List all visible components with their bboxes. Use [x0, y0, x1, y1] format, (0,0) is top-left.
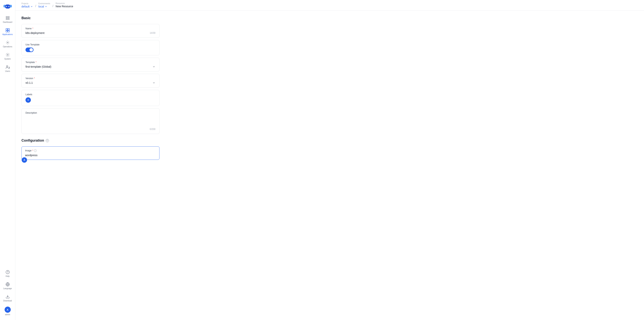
configuration-section-title: Configuration ⓘ: [22, 138, 638, 142]
svg-point-14: [6, 66, 8, 67]
resources-breadcrumb: Resources New Resource: [56, 2, 73, 8]
sidebar-item-operations[interactable]: Operations: [0, 38, 15, 50]
autocomplete-badge[interactable]: A: [22, 157, 27, 163]
image-input[interactable]: [25, 154, 156, 157]
svg-point-2: [6, 6, 7, 7]
environments-chevron-icon: [45, 5, 47, 8]
sidebar-item-help-label: Help: [6, 275, 10, 278]
environments-value: local: [38, 5, 44, 8]
name-field-card: Name * 14/30: [22, 24, 160, 38]
image-label: Image * i: [25, 149, 156, 152]
use-template-toggle[interactable]: [26, 48, 34, 52]
sidebar-item-admin[interactable]: A admin: [0, 305, 15, 318]
projects-label: Projects: [22, 2, 33, 4]
description-textarea[interactable]: [26, 116, 156, 127]
sidebar-item-users[interactable]: Users: [0, 63, 15, 74]
dashboard-icon: [5, 16, 10, 20]
sidebar-item-system-label: System: [4, 58, 11, 60]
sidebar-item-dashboard[interactable]: Dashboard: [0, 14, 15, 25]
name-label: Name *: [26, 27, 156, 30]
main-content: Projects default / Environments local / …: [15, 0, 644, 320]
name-input-row: 14/30: [26, 32, 156, 34]
use-template-field-card: Use Template: [22, 40, 160, 56]
language-icon: [5, 282, 10, 287]
svg-rect-10: [6, 30, 7, 32]
labels-label: Labels: [26, 93, 156, 96]
resources-label: Resources: [56, 2, 73, 4]
image-field-card: Image * i A: [22, 146, 160, 160]
use-template-label: Use Template: [26, 43, 156, 46]
svg-point-15: [6, 270, 9, 274]
svg-rect-9: [8, 28, 9, 30]
name-counter: 14/30: [150, 32, 156, 34]
environments-dropdown[interactable]: local: [38, 5, 50, 8]
page-content: Basic Name * 14/30 Use Template Template…: [15, 11, 644, 320]
template-select-row: first-template (Global): [26, 65, 156, 68]
svg-rect-8: [6, 28, 7, 30]
projects-value: default: [22, 5, 30, 8]
avatar: A: [4, 306, 11, 313]
walrus-logo-icon: [4, 4, 12, 9]
svg-point-12: [7, 42, 8, 43]
name-required-star: *: [32, 27, 33, 30]
version-value: v0.1.1: [26, 81, 33, 84]
svg-rect-5: [8, 16, 9, 18]
breadcrumb-sep-2: /: [52, 4, 53, 8]
sidebar-item-download[interactable]: Download: [0, 292, 15, 304]
version-select-row: v0.1.1: [26, 81, 156, 84]
svg-point-3: [8, 6, 9, 7]
image-info-icon[interactable]: i: [34, 149, 36, 152]
sidebar-bottom: Help Language Download: [0, 268, 15, 318]
projects-breadcrumb: Projects default: [22, 2, 33, 8]
sidebar-item-help[interactable]: Help: [0, 268, 15, 280]
sidebar-item-applications-label: Applications: [2, 33, 13, 36]
labels-field-card: Labels +: [22, 90, 160, 106]
sidebar-item-language[interactable]: Language: [0, 280, 15, 292]
breadcrumb-sep-1: /: [35, 4, 36, 8]
template-value: first-template (Global): [26, 65, 51, 68]
version-label: Version *: [26, 77, 156, 80]
version-required-star: *: [34, 77, 35, 80]
svg-rect-4: [6, 16, 7, 18]
template-chevron-icon: [152, 65, 156, 68]
applications-icon: [5, 28, 10, 32]
svg-rect-7: [8, 18, 9, 20]
description-counter: 0/200: [150, 128, 156, 130]
sidebar-item-dashboard-label: Dashboard: [3, 21, 12, 24]
version-field-card: Version * v0.1.1: [22, 74, 160, 88]
download-icon: [5, 294, 10, 299]
description-label: Description: [26, 112, 156, 114]
sidebar-item-users-label: Users: [5, 70, 10, 72]
image-required-star: *: [32, 149, 33, 152]
template-required-star: *: [36, 61, 36, 64]
basic-section-title: Basic: [22, 16, 638, 20]
help-icon: [5, 270, 10, 274]
sidebar-item-operations-label: Operations: [3, 46, 12, 48]
sidebar-nav: Dashboard Applications Ope: [0, 14, 15, 268]
configuration-info-icon[interactable]: ⓘ: [46, 139, 49, 142]
operations-icon: [5, 40, 10, 45]
name-input[interactable]: [26, 32, 148, 34]
resources-value: New Resource: [56, 5, 73, 8]
projects-dropdown[interactable]: default: [22, 5, 33, 8]
sidebar: Dashboard Applications Ope: [0, 0, 15, 320]
breadcrumb-header: Projects default / Environments local / …: [15, 0, 644, 11]
environments-breadcrumb: Environments local: [38, 2, 50, 8]
environments-label: Environments: [38, 2, 50, 4]
template-label: Template *: [26, 61, 156, 64]
template-field-card: Template * first-template (Global): [22, 58, 160, 72]
svg-rect-6: [6, 18, 7, 20]
sidebar-item-applications[interactable]: Applications: [0, 26, 15, 38]
sidebar-item-download-label: Download: [3, 300, 12, 302]
add-label-button[interactable]: +: [26, 97, 31, 103]
description-field-card: Description 0/200: [22, 108, 160, 134]
svg-point-13: [7, 54, 8, 56]
users-icon: [5, 65, 10, 69]
sidebar-item-language-label: Language: [3, 288, 12, 290]
sidebar-user-label: admin: [5, 314, 10, 316]
version-chevron-icon: [152, 81, 156, 84]
app-logo: [2, 2, 14, 11]
system-icon: [5, 52, 10, 57]
projects-chevron-icon: [30, 5, 33, 8]
sidebar-item-system[interactable]: System: [0, 50, 15, 62]
